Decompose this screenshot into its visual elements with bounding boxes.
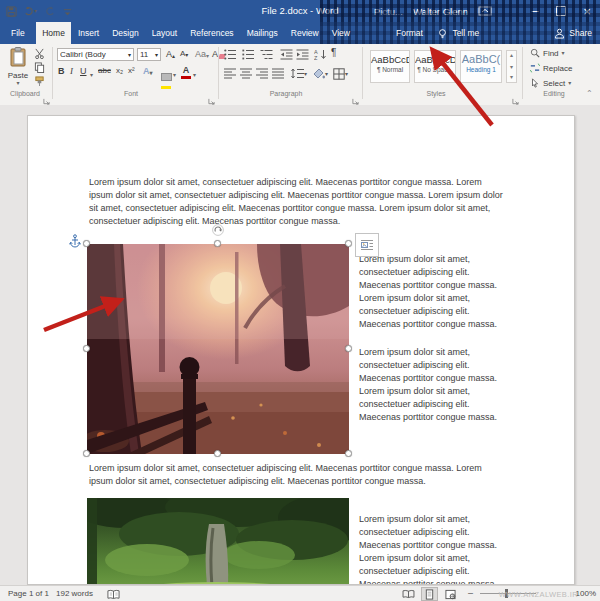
green-trees-image: [87, 498, 349, 585]
format-painter-icon[interactable]: [34, 76, 45, 87]
paragraph-dialog-launcher-icon[interactable]: [352, 91, 360, 99]
resize-handle-bottom-left[interactable]: [83, 450, 90, 457]
resize-handle-top-left[interactable]: [83, 240, 90, 247]
tab-design[interactable]: Design: [106, 22, 145, 44]
justify-icon[interactable]: [272, 68, 284, 79]
styles-gallery-more-icon[interactable]: ▾: [510, 74, 513, 80]
text-effects-button[interactable]: A▾: [143, 67, 153, 76]
resize-handle-top-right[interactable]: [345, 240, 352, 247]
bullets-icon[interactable]: [224, 49, 237, 60]
zoom-out-button[interactable]: –: [468, 588, 473, 598]
undo-icon[interactable]: ▾: [24, 6, 37, 17]
align-center-icon[interactable]: [240, 68, 252, 79]
page-count-status[interactable]: Page 1 of 1: [4, 586, 53, 601]
sort-icon[interactable]: [314, 49, 327, 60]
tab-mailings[interactable]: Mailings: [240, 22, 284, 44]
close-button[interactable]: ×: [574, 0, 600, 22]
rotate-handle-icon[interactable]: [212, 222, 224, 240]
resize-handle-middle-left[interactable]: [83, 345, 90, 352]
print-layout-button[interactable]: [421, 587, 438, 601]
style-heading1[interactable]: AaBbC( Heading 1: [460, 50, 502, 83]
select-button[interactable]: Select ▾: [530, 78, 571, 88]
increase-indent-icon[interactable]: [296, 49, 309, 60]
document-page[interactable]: Lorem ipsum dolor sit amet, consectetuer…: [27, 115, 575, 585]
cut-icon[interactable]: [34, 48, 45, 59]
font-color-button[interactable]: A: [181, 66, 191, 79]
maximize-button[interactable]: [548, 0, 574, 22]
borders-icon[interactable]: ▾: [333, 68, 348, 80]
share-label: Share: [569, 28, 592, 38]
clipboard-dialog-launcher-icon[interactable]: [43, 91, 51, 99]
web-layout-button[interactable]: [442, 587, 459, 601]
shading-icon[interactable]: ▾: [313, 68, 328, 79]
layout-options-button[interactable]: [355, 233, 379, 257]
multilevel-list-icon[interactable]: [260, 49, 273, 60]
customize-qat-icon[interactable]: [62, 6, 73, 17]
save-icon[interactable]: [6, 6, 17, 17]
numbering-icon[interactable]: [242, 49, 255, 60]
font-name-combo[interactable]: Calibri (Body ▾: [57, 48, 134, 61]
change-case-button[interactable]: Aa▾: [195, 50, 209, 59]
shrink-font-button[interactable]: A▾: [180, 50, 188, 58]
tab-insert[interactable]: Insert: [71, 22, 105, 44]
word-window: File 2.docx - Word ▾ Pictu... Walter Gle…: [0, 0, 600, 601]
styles-scroll-down-icon[interactable]: ▾: [510, 64, 513, 70]
paragraph-top[interactable]: Lorem ipsum dolor sit amet, consectetuer…: [89, 176, 505, 228]
style-no-spacing[interactable]: AaBbCcDc ¶ No Spac...: [414, 50, 456, 83]
tab-file[interactable]: File: [0, 22, 36, 44]
side-text-2[interactable]: Lorem ipsum dolor sit amet, consectetuer…: [359, 346, 506, 424]
redo-icon[interactable]: [44, 6, 55, 17]
font-size-combo[interactable]: 11 ▾: [137, 48, 161, 61]
share-button[interactable]: Share: [546, 22, 600, 44]
resize-handle-bottom-right[interactable]: [345, 450, 352, 457]
read-mode-button[interactable]: [400, 587, 417, 601]
italic-button[interactable]: I: [70, 67, 73, 76]
align-right-icon[interactable]: [256, 68, 268, 79]
user-name[interactable]: Walter Glenn: [413, 6, 468, 17]
zoom-level[interactable]: 100%: [576, 589, 596, 598]
tell-me-box[interactable]: Tell me: [429, 22, 487, 44]
minimize-button[interactable]: –: [522, 0, 548, 22]
resize-handle-middle-right[interactable]: [345, 345, 352, 352]
align-left-icon[interactable]: [224, 68, 236, 79]
style-normal[interactable]: AaBbCcDc ¶ Normal: [370, 50, 410, 83]
paragraph-mid[interactable]: Lorem ipsum dolor sit amet, consectetuer…: [89, 462, 505, 488]
styles-dialog-launcher-icon[interactable]: [512, 91, 520, 99]
resize-handle-bottom-center[interactable]: [214, 450, 221, 457]
line-spacing-icon[interactable]: ▾: [291, 68, 307, 79]
find-button[interactable]: Find ▾: [530, 48, 565, 58]
select-label: Select: [543, 79, 565, 88]
strikethrough-button[interactable]: abc: [98, 67, 111, 75]
document-photo-foggy-sunrise[interactable]: [87, 244, 349, 454]
decrease-indent-icon[interactable]: [280, 49, 293, 60]
resize-handle-top-center[interactable]: [214, 240, 221, 247]
paste-button[interactable]: Paste ▾: [5, 47, 31, 89]
group-separator: [218, 47, 219, 99]
subscript-button[interactable]: x₂: [116, 67, 123, 75]
tab-layout[interactable]: Layout: [145, 22, 184, 44]
replace-button[interactable]: Replace: [530, 63, 572, 73]
proofing-status-icon[interactable]: [103, 587, 124, 601]
styles-scroll-up-icon[interactable]: ▾: [510, 53, 513, 59]
ribbon-display-options-icon[interactable]: [478, 5, 492, 17]
tab-references[interactable]: References: [184, 22, 240, 44]
document-photo-green-trees[interactable]: [87, 498, 349, 585]
side-text-3[interactable]: Lorem ipsum dolor sit amet, consectetuer…: [359, 513, 506, 585]
side-text-1[interactable]: Lorem ipsum dolor sit amet, consectetuer…: [359, 253, 506, 331]
copy-icon[interactable]: [34, 62, 45, 73]
tab-home[interactable]: Home: [36, 22, 72, 44]
highlighter-icon: [161, 73, 172, 81]
styles-gallery-scroll[interactable]: ▾ ▾ ▾: [506, 50, 517, 83]
tab-format[interactable]: Format: [389, 22, 429, 44]
font-dialog-launcher-icon[interactable]: [208, 91, 216, 99]
tab-review[interactable]: Review: [284, 22, 325, 44]
superscript-button[interactable]: x²: [128, 67, 135, 75]
tab-view[interactable]: View: [325, 22, 356, 44]
text-highlight-button[interactable]: [161, 67, 172, 89]
underline-button[interactable]: U: [80, 67, 87, 76]
bold-button[interactable]: B: [58, 67, 65, 76]
word-count-status[interactable]: 192 words: [52, 586, 97, 601]
grow-font-button[interactable]: A▴: [166, 50, 175, 59]
show-hide-paragraph-icon[interactable]: ¶: [331, 48, 336, 58]
collapse-ribbon-icon[interactable]: ⌃: [586, 89, 593, 98]
